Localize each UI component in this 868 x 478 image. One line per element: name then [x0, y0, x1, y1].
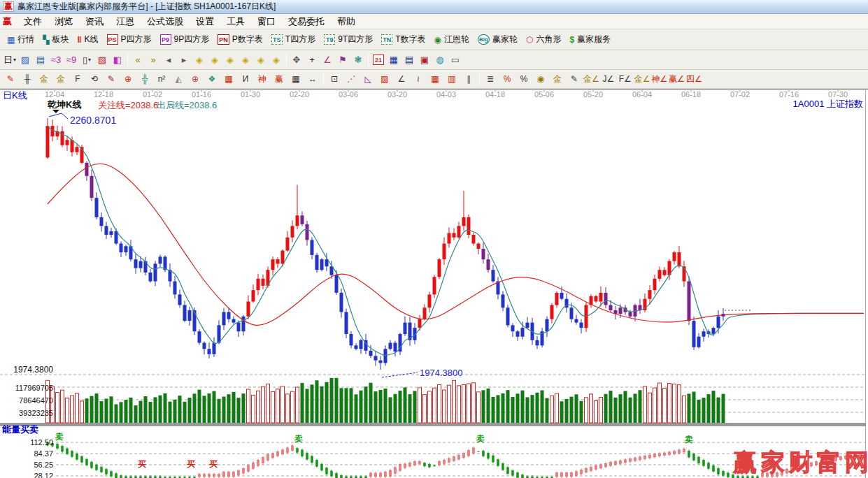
ink-angle-tool[interactable]: ✎ [566, 72, 583, 86]
menu-item-3[interactable]: 江恩 [110, 15, 141, 28]
square-n2-tool[interactable]: n² [153, 72, 170, 86]
9t-square-button[interactable]: T99T四方形 [320, 31, 377, 48]
t-number-button[interactable]: TNT数字表 [377, 31, 429, 48]
f-angle-tool[interactable]: F∠ [617, 72, 634, 86]
clipboard-icon[interactable]: ▤ [33, 52, 48, 68]
wave3-icon[interactable]: ≈3 [48, 52, 64, 68]
gold2-angle-tool[interactable]: 金∠ [634, 72, 651, 86]
menu-item-1[interactable]: 浏览 [48, 15, 79, 28]
menu-item-2[interactable]: 资讯 [79, 15, 110, 28]
box-range-tool[interactable]: ⊡ [326, 72, 343, 86]
menu-item-6[interactable]: 工具 [220, 15, 251, 28]
volume-bar-down [105, 399, 108, 423]
candle-body [232, 319, 236, 323]
calendar-button[interactable]: 21 [371, 52, 386, 68]
red-fan-tool[interactable]: ⋰ [343, 72, 360, 86]
angle-line-button[interactable]: ∠ [320, 52, 335, 68]
winner-service-button[interactable]: $赢家服务 [565, 31, 615, 48]
brush-tool[interactable]: ✎ [103, 72, 120, 86]
volume-bar-down [722, 394, 725, 423]
menu-item-0[interactable]: 文件 [17, 15, 48, 28]
winner-wheel-button[interactable]: Big赢家轮 [474, 31, 522, 48]
crosshair-button[interactable]: + [304, 52, 320, 68]
zigzag-chart-icon[interactable]: ▨ [17, 52, 33, 68]
web-circle-tool[interactable]: ❖ [204, 72, 220, 86]
goto-last-button[interactable]: » [145, 52, 161, 68]
gold-ratio-tool[interactable]: 金 [36, 72, 52, 86]
gold-angle-tool[interactable]: 金∠ [583, 72, 600, 86]
spiral-tool[interactable]: ⟲ [86, 72, 103, 86]
9p-square-button[interactable]: P99P四方形 [156, 31, 214, 48]
circle-cross-tool[interactable]: ⊕ [120, 72, 136, 86]
prev-bar-button[interactable]: ◂ [161, 52, 176, 68]
next-bar-button[interactable]: ▸ [176, 52, 192, 68]
chart-area[interactable]: 卖卖卖卖买买买12-0412-1801-0201-1601-3002-2003-… [0, 89, 868, 478]
export-web-button[interactable]: ◍ [432, 52, 448, 68]
ruler-grid-tool[interactable]: ▦ [287, 72, 304, 86]
si-angle-tool[interactable]: 四∠ [685, 72, 703, 86]
angle-ruler-tool[interactable]: ◭ [170, 72, 187, 86]
ying-tool[interactable]: 赢 [271, 72, 287, 86]
target-tool[interactable]: ⊕ [187, 72, 204, 86]
bars-tool[interactable]: ≣ [482, 72, 499, 86]
period-day-dropdown[interactable]: 日▾ [2, 52, 17, 68]
shen-tool[interactable]: 神 [254, 72, 271, 86]
pencil-tool[interactable]: ✎ [2, 72, 19, 86]
p-number-button[interactable]: PNP数字表 [213, 31, 267, 48]
quotes-button[interactable]: ▦行情 [3, 31, 38, 48]
gann-diamond-h-icon[interactable]: ◈ [222, 52, 238, 68]
gann-diamond-v-icon[interactable]: ◈ [238, 52, 253, 68]
gann-diamond-all-icon[interactable]: ◈ [269, 52, 284, 68]
red-grid-tool[interactable]: ▦ [220, 72, 237, 86]
qiankun-toggle-icon[interactable]: ▧ [94, 52, 110, 68]
menu-item-5[interactable]: 设置 [190, 15, 220, 28]
indicator-candle [669, 452, 671, 455]
fib-tool[interactable]: F [69, 72, 86, 86]
dense-grid-tool[interactable]: ▦ [427, 72, 443, 86]
width-tool[interactable]: ↔ [304, 72, 321, 86]
diary-button[interactable]: ▤ [401, 52, 417, 68]
menu-item-4[interactable]: 公式选股 [141, 15, 190, 28]
gann-diamond-left-icon[interactable]: ◈ [192, 52, 207, 68]
save-button[interactable]: ▣ [417, 52, 432, 68]
sectors-button[interactable]: ▚板块 [38, 31, 73, 48]
shen-angle-tool[interactable]: 神∠ [651, 72, 669, 86]
wave-line-tool[interactable]: ≀ [410, 72, 427, 86]
menu-item-9[interactable]: 帮助 [331, 15, 362, 28]
goto-first-button[interactable]: « [130, 52, 145, 68]
calculator-button[interactable]: ▦ [386, 52, 401, 68]
gann-diamond-star-icon[interactable]: ◈ [253, 52, 269, 68]
flag-tool-button[interactable]: ⚑ [335, 52, 350, 68]
wave9-icon[interactable]: ≈9 [64, 52, 79, 68]
gold-grid-tool[interactable]: 金 [52, 72, 69, 86]
purple-fan-tool[interactable]: ◺ [360, 72, 376, 86]
fan-grid-tool[interactable]: ╬ [136, 72, 153, 86]
gann-diamond-right-icon[interactable]: ◈ [207, 52, 222, 68]
p-square-button[interactable]: PSP四方形 [103, 31, 156, 48]
gold-line-tool[interactable]: 金 [549, 72, 566, 86]
ying-angle-tool[interactable]: 赢∠ [668, 72, 685, 86]
percent-angle-tool[interactable]: % [499, 72, 515, 86]
menu-item-7[interactable]: 窗口 [251, 15, 282, 28]
volume-bar-up [428, 391, 432, 423]
brain-tool-button[interactable]: ❃ [350, 52, 366, 68]
gold-circle-tool[interactable]: ◉ [532, 72, 549, 86]
volume-profile-icon[interactable]: ◧ [110, 52, 125, 68]
hand-tool-button[interactable]: ✥ [289, 52, 304, 68]
trend-angle-tool[interactable]: ∠ [393, 72, 410, 86]
n-quote-tool[interactable]: И [237, 72, 254, 86]
t-square-button[interactable]: TST四方形 [267, 31, 320, 48]
kline-button[interactable]: ‖K线 [73, 31, 103, 48]
percent-tool[interactable]: % [515, 72, 532, 86]
menu-item-8[interactable]: 交易委托 [282, 15, 331, 28]
print-button[interactable]: ▭ [448, 52, 463, 68]
candle-style-dropdown[interactable]: ▯▾ [79, 52, 94, 68]
hexagon-button[interactable]: ⬡六角形 [522, 31, 565, 48]
page-grid-tool[interactable]: ▥ [443, 72, 460, 86]
fan-shade-tool[interactable]: ▨ [376, 72, 393, 86]
j-angle-tool[interactable]: J∠ [600, 72, 617, 86]
gann-wheel-button[interactable]: ◉江恩轮 [430, 31, 474, 48]
kline-chart-canvas[interactable]: 卖卖卖卖买买买12-0412-1801-0201-1601-3002-2003-… [0, 89, 868, 478]
parallel-tool[interactable]: ∥ [460, 72, 477, 86]
gann-grid-tool[interactable]: ╫ [19, 72, 36, 86]
